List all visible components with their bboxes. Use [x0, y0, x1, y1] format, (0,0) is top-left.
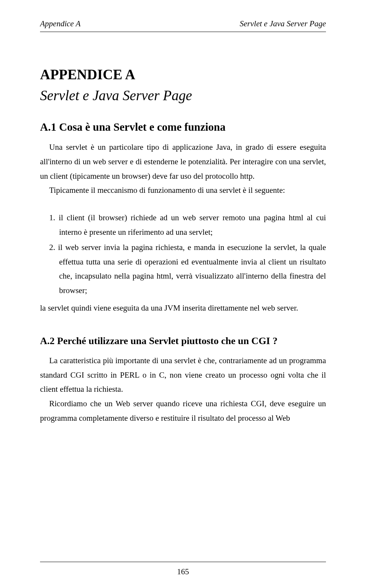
section-heading-a2: A.2 Perché utilizzare una Servlet piutto…	[40, 335, 326, 347]
section-heading-a1: A.1 Cosa è una Servlet e come funziona	[40, 121, 326, 133]
subtitle: Servlet e Java Server Page	[40, 87, 326, 104]
section-a1: A.1 Cosa è una Servlet e come funziona U…	[40, 121, 326, 316]
title-section: APPENDICE A Servlet e Java Server Page	[40, 66, 326, 104]
page-number: 165	[0, 567, 366, 577]
list-item: 2. il web server invia la pagina richies…	[40, 240, 326, 298]
appendix-title: APPENDICE A	[40, 66, 326, 83]
section-a2-para1: La caratteristica più importante di una …	[40, 354, 326, 397]
footer-rule	[40, 562, 326, 562]
header-rule	[40, 32, 326, 32]
section-a2: A.2 Perché utilizzare una Servlet piutto…	[40, 335, 326, 426]
section-a1-para1: Una servlet è un particolare tipo di app…	[40, 140, 326, 183]
list-item: 1. il client (il browser) richiede ad un…	[40, 211, 326, 240]
section-a1-para2: Tipicamente il meccanismo di funzionamen…	[40, 183, 326, 198]
section-a1-para3: la servlet quindi viene eseguita da una …	[40, 301, 326, 316]
header-right: Servlet e Java Server Page	[240, 19, 326, 29]
ordered-list: 1. il client (il browser) richiede ad un…	[40, 211, 326, 298]
page-header: Appendice A Servlet e Java Server Page	[40, 19, 326, 29]
header-left: Appendice A	[40, 19, 80, 29]
section-a2-para2: Ricordiamo che un Web server quando rice…	[40, 397, 326, 426]
